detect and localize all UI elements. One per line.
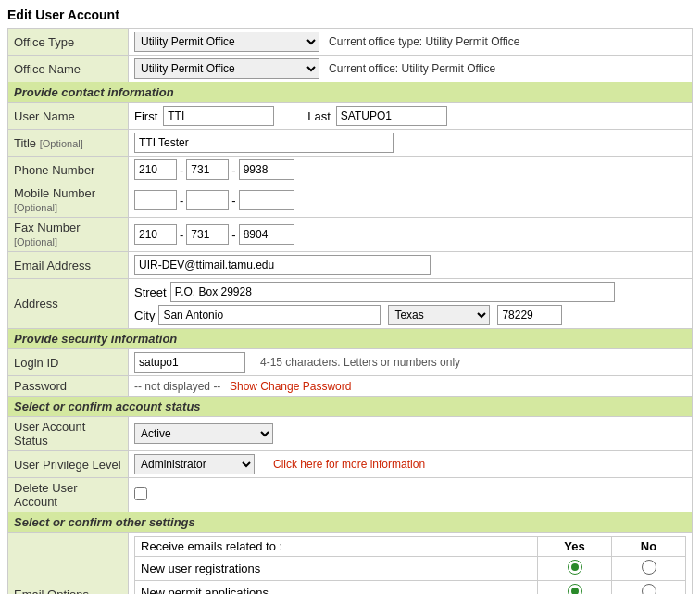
mobile-label: Mobile Number [Optional] (8, 183, 129, 218)
fax-label: Fax Number [Optional] (8, 218, 129, 252)
yes-col-header: Yes (538, 537, 612, 557)
office-type-cell: Utility Permit Office Current office typ… (129, 29, 693, 56)
contact-section-header: Provide contact information (8, 82, 693, 103)
email-row-1-yes[interactable] (538, 581, 612, 595)
office-type-label: Office Type (8, 29, 129, 56)
username-label: User Name (8, 103, 129, 130)
email-options-cell: Receive emails related to : Yes No New u… (129, 533, 693, 595)
mobile2-input[interactable] (186, 190, 229, 210)
phone-dash2: - (231, 163, 235, 177)
current-office-type-value: Utility Permit Office (426, 35, 520, 48)
show-change-password-link[interactable]: Show Change Password (230, 380, 351, 393)
phone-dash1: - (180, 163, 183, 177)
last-name-input[interactable] (336, 106, 447, 126)
account-status-label: User Account Status (8, 417, 129, 451)
privilege-info-link[interactable]: Click here for more information (273, 458, 425, 471)
mobile-dash2: - (231, 194, 235, 208)
phone3-input[interactable] (239, 159, 294, 180)
password-not-displayed: -- not displayed -- (134, 380, 220, 393)
mobile3-input[interactable] (239, 190, 294, 210)
mobile1-input[interactable] (134, 190, 177, 210)
page-title: Edit User Account (7, 7, 693, 22)
phone-label: Phone Number (8, 157, 129, 183)
email-row-1-no[interactable] (612, 581, 686, 595)
privilege-cell: Administrator Click here for more inform… (129, 451, 693, 478)
other-settings-header: Select or confirm other settings (8, 512, 693, 533)
current-office-label: Current office: Utility Permit Office (329, 62, 495, 75)
password-label: Password (8, 376, 129, 397)
delete-user-cell (129, 478, 693, 512)
account-status-header: Select or confirm account status (8, 397, 693, 417)
phone2-input[interactable] (186, 159, 229, 180)
email-cell (129, 252, 693, 279)
office-name-cell: Utility Permit Office Current office: Ut… (129, 56, 693, 82)
fax-dash1: - (180, 228, 183, 242)
fax2-input[interactable] (186, 224, 229, 245)
password-cell: -- not displayed -- Show Change Password (129, 376, 693, 397)
address-label: Address (8, 279, 129, 329)
delete-user-label: Delete User Account (8, 478, 129, 512)
security-section-header: Provide security information (8, 329, 693, 349)
title-cell (129, 130, 693, 157)
email-row-1: New permit applications (135, 581, 686, 595)
login-input[interactable] (134, 352, 245, 373)
account-status-cell: Active (129, 417, 693, 451)
title-label: Title [Optional] (8, 130, 129, 157)
street-label: Street (134, 285, 167, 299)
email-options-label: Email Options (8, 533, 129, 595)
email-row-1-label: New permit applications (135, 581, 538, 595)
phone1-input[interactable] (134, 159, 177, 180)
current-office-type-label: Current office type: Utility Permit Offi… (329, 35, 519, 48)
email-row-0-yes[interactable] (538, 557, 612, 581)
privilege-select[interactable]: Administrator (134, 454, 255, 474)
radio-no-1[interactable] (642, 584, 656, 594)
no-col-header: No (612, 537, 686, 557)
current-office-value: Utility Permit Office (402, 62, 496, 75)
street-input[interactable] (170, 282, 615, 302)
last-label: Last (307, 109, 331, 123)
email-label: Email Address (8, 252, 129, 279)
account-status-select[interactable]: Active (134, 423, 273, 444)
email-row-0-no[interactable] (612, 557, 686, 581)
login-hint: 4-15 characters. Letters or numbers only (260, 356, 460, 369)
delete-user-checkbox[interactable] (134, 487, 147, 500)
phone-cell: - - (129, 157, 693, 183)
fax-cell: - - (129, 218, 693, 252)
login-label: Login ID (8, 349, 129, 376)
radio-yes-1[interactable] (568, 584, 582, 594)
address-cell: Street City Texas (129, 279, 693, 329)
username-cell: First Last (129, 103, 693, 130)
zip-input[interactable] (497, 305, 562, 325)
fax3-input[interactable] (239, 224, 294, 245)
privilege-label: User Privilege Level (8, 451, 129, 478)
login-cell: 4-15 characters. Letters or numbers only (129, 349, 693, 376)
mobile-dash1: - (180, 194, 183, 208)
fax-dash2: - (231, 228, 235, 242)
title-input[interactable] (134, 133, 394, 153)
email-row-0: New user registrations (135, 557, 686, 581)
office-type-select[interactable]: Utility Permit Office (134, 32, 319, 52)
state-select[interactable]: Texas (388, 305, 490, 325)
email-row-0-label: New user registrations (135, 557, 538, 581)
office-name-select[interactable]: Utility Permit Office (134, 58, 319, 79)
city-label: City (134, 309, 155, 322)
receive-emails-label: Receive emails related to : (135, 537, 538, 557)
first-label: First (134, 109, 157, 123)
first-name-input[interactable] (163, 106, 274, 126)
mobile-cell: - - (129, 183, 693, 218)
radio-yes-0[interactable] (568, 560, 582, 575)
radio-no-0[interactable] (642, 560, 656, 575)
fax1-input[interactable] (134, 224, 177, 245)
email-input[interactable] (134, 255, 431, 275)
office-name-label: Office Name (8, 56, 129, 82)
city-input[interactable] (158, 305, 381, 325)
